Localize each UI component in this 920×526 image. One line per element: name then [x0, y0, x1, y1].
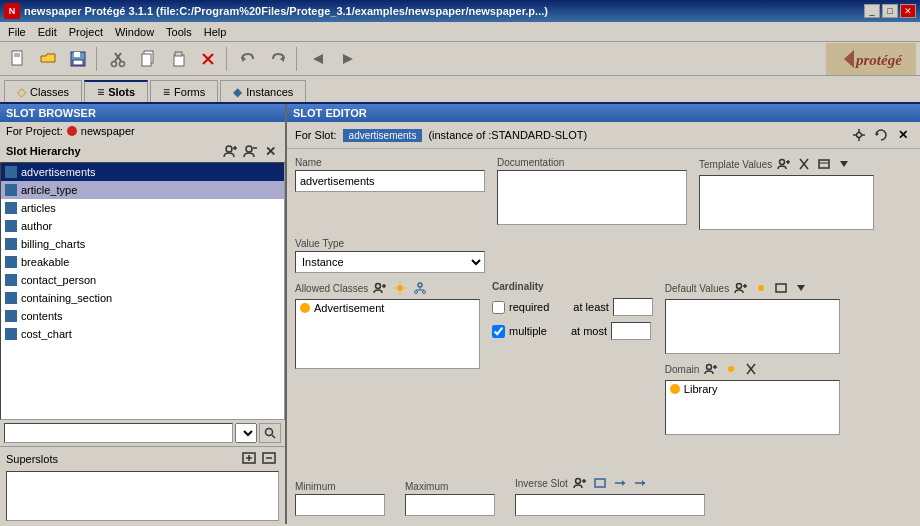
window-controls: _ □ ✕	[864, 4, 916, 18]
slot-item-containing-section[interactable]: containing_section	[1, 289, 284, 307]
required-checkbox[interactable]	[492, 301, 505, 314]
refresh-icon[interactable]	[872, 126, 890, 144]
slot-item-articles[interactable]: articles	[1, 199, 284, 217]
svg-rect-11	[142, 54, 151, 66]
ac-sun-icon[interactable]	[392, 281, 408, 295]
row-min-max-inverse: Minimum Maximum Inverse Slot	[295, 476, 912, 516]
slots-icon: ≡	[97, 85, 104, 99]
value-type-select[interactable]: Instance String Integer Float Boolean Sy…	[295, 251, 485, 273]
is-arrow-icon[interactable]	[612, 476, 628, 490]
slot-icon-breakable	[5, 256, 17, 268]
domain-item-library[interactable]: Library	[670, 383, 835, 395]
app-icon: N	[4, 3, 20, 19]
slot-list[interactable]: advertisements article_type articles aut…	[0, 162, 285, 420]
documentation-textarea[interactable]	[497, 170, 687, 225]
allowed-class-advertisement[interactable]: Advertisement	[296, 300, 479, 316]
at-least-input[interactable]	[613, 298, 653, 316]
svg-rect-0	[12, 51, 22, 65]
slot-item-billing-charts[interactable]: billing_charts	[1, 235, 284, 253]
delete-btn[interactable]	[194, 46, 222, 72]
tab-slots[interactable]: ≡ Slots	[84, 80, 148, 102]
sep2	[226, 47, 230, 71]
svg-rect-4	[74, 52, 80, 57]
add-user-icon[interactable]	[221, 142, 239, 160]
tv-down-icon[interactable]	[836, 157, 852, 171]
name-input[interactable]	[295, 170, 485, 192]
menu-help[interactable]: Help	[198, 24, 233, 40]
tv-delete-icon[interactable]	[796, 157, 812, 171]
superslots-add-icon[interactable]	[241, 450, 259, 468]
row-value-type: Value Type Instance String Integer Float…	[295, 238, 912, 273]
tab-instances[interactable]: ◆ Instances	[220, 80, 306, 102]
tab-forms[interactable]: ≡ Forms	[150, 80, 218, 102]
search-select[interactable]	[235, 423, 257, 443]
cut-btn[interactable]	[104, 46, 132, 72]
slot-item-advertisements[interactable]: advertisements	[1, 163, 284, 181]
slot-icon-contents	[5, 310, 17, 322]
forms-icon: ≡	[163, 85, 170, 99]
save-btn[interactable]	[64, 46, 92, 72]
minimum-input[interactable]	[295, 494, 385, 516]
superslots-remove-icon[interactable]	[261, 450, 279, 468]
is-down-icon[interactable]	[632, 476, 648, 490]
domain-remove-icon[interactable]	[743, 362, 759, 376]
delete-hierarchy-icon[interactable]	[241, 142, 259, 160]
copy-btn[interactable]	[134, 46, 162, 72]
dv-down-icon[interactable]	[793, 281, 809, 295]
undo-btn[interactable]	[234, 46, 262, 72]
new-btn[interactable]	[4, 46, 32, 72]
close-hierarchy-icon[interactable]: ✕	[261, 142, 279, 160]
search-input[interactable]	[4, 423, 233, 443]
slot-item-breakable[interactable]: breakable	[1, 253, 284, 271]
tv-add-user-icon[interactable]	[776, 157, 792, 171]
ac-add-icon[interactable]	[372, 281, 388, 295]
maximize-btn[interactable]: □	[882, 4, 898, 18]
open-btn[interactable]	[34, 46, 62, 72]
multiple-checkbox[interactable]	[492, 325, 505, 338]
advertisement-dot	[300, 303, 310, 313]
name-label: Name	[295, 157, 485, 168]
tab-classes[interactable]: ◇ Classes	[4, 80, 82, 102]
at-most-input[interactable]	[611, 322, 651, 340]
maximum-input[interactable]	[405, 494, 495, 516]
minimize-btn[interactable]: _	[864, 4, 880, 18]
menu-edit[interactable]: Edit	[32, 24, 63, 40]
documentation-field: Documentation	[497, 157, 687, 225]
dv-sun-icon[interactable]	[753, 281, 769, 295]
dropdown-btn[interactable]	[235, 423, 257, 443]
back-btn[interactable]	[304, 46, 332, 72]
search-button[interactable]	[259, 423, 281, 443]
tv-edit-icon[interactable]	[816, 157, 832, 171]
forward-btn[interactable]	[334, 46, 362, 72]
dv-add-icon[interactable]	[733, 281, 749, 295]
domain-sun-icon[interactable]	[723, 362, 739, 376]
is-add-icon[interactable]	[572, 476, 588, 490]
editor-close-icon[interactable]: ✕	[894, 126, 912, 144]
minimum-field: Minimum	[295, 481, 385, 516]
menu-window[interactable]: Window	[109, 24, 160, 40]
menu-bar: File Edit Project Window Tools Help	[0, 22, 920, 42]
is-edit-icon[interactable]	[592, 476, 608, 490]
domain-header: Domain	[665, 362, 845, 376]
menu-project[interactable]: Project	[63, 24, 109, 40]
slot-item-contents[interactable]: contents	[1, 307, 284, 325]
domain-add-icon[interactable]	[703, 362, 719, 376]
svg-marker-78	[622, 480, 625, 486]
slot-item-cost-chart[interactable]: cost_chart	[1, 325, 284, 343]
paste-btn[interactable]	[164, 46, 192, 72]
project-name: newspaper	[81, 125, 135, 137]
configure-icon[interactable]	[850, 126, 868, 144]
dv-edit-icon[interactable]	[773, 281, 789, 295]
slot-icon-containing-section	[5, 292, 17, 304]
menu-tools[interactable]: Tools	[160, 24, 198, 40]
row-name-docs: Name Documentation Template Values	[295, 157, 912, 230]
close-btn[interactable]: ✕	[900, 4, 916, 18]
svg-point-8	[112, 61, 117, 66]
slot-item-contact-person[interactable]: contact_person	[1, 271, 284, 289]
redo-btn[interactable]	[264, 46, 292, 72]
slot-item-article-type[interactable]: article_type	[1, 181, 284, 199]
slot-item-author[interactable]: author	[1, 217, 284, 235]
svg-rect-76	[595, 479, 605, 487]
menu-file[interactable]: File	[2, 24, 32, 40]
ac-tree-icon[interactable]	[412, 281, 428, 295]
